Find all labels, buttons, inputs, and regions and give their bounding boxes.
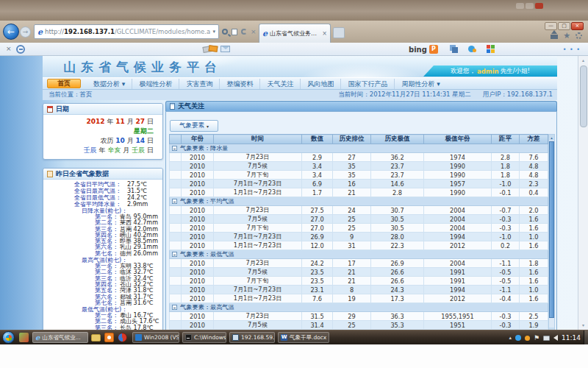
action-center-flag-icon[interactable]: ⚑ (534, 335, 539, 342)
browser-scrollbar[interactable]: ▴ ▾ (578, 56, 588, 330)
grid-data-row[interactable]: 20107月5候27.02530.52004-0.31.6 (170, 215, 548, 224)
grid-data-row[interactable]: 20107月1日~7月23日6.91614.61957-1.02.3 (170, 180, 548, 188)
nav-item[interactable]: 天气关注 (259, 79, 300, 89)
grid-group-row[interactable]: 气象要素：降水量 (170, 144, 548, 153)
collapse-icon[interactable] (172, 199, 177, 204)
favorites-star-icon[interactable]: ★ (563, 32, 570, 40)
search-icon[interactable] (222, 29, 228, 35)
network-icon[interactable] (543, 336, 550, 341)
grid-cell: 1991 (424, 268, 492, 277)
grid-data-row[interactable]: 20107月23日31.52936.31955,1951-0.32.5 (170, 312, 548, 321)
nav-item[interactable]: 灾害查询 (179, 79, 219, 89)
rank-line: 第七名：莒南 31.6℃ (43, 300, 162, 306)
four-color-grid-icon[interactable] (487, 45, 495, 53)
stop-icon[interactable]: × (251, 28, 257, 35)
taskbar-item-word[interactable]: W 气象干旱.docx ... (278, 332, 329, 343)
grid-column-header[interactable]: 历史极值 (371, 135, 424, 144)
browser-tab[interactable]: e 山东省气候业务平... × (259, 24, 331, 43)
toolbar-overflow-icon[interactable]: • • • (563, 46, 581, 53)
grid-data-row[interactable]: 20107月23日24.21726.92004-1.11.8 (170, 259, 548, 268)
nav-item[interactable]: 整编资料 (219, 79, 259, 89)
browser-scroll-down-icon[interactable]: ▾ (578, 321, 588, 330)
grid-column-header[interactable]: 极值年份 (424, 135, 492, 144)
browser-scroll-up-icon[interactable]: ▴ (578, 56, 588, 65)
grid-group-row[interactable]: 气象要素：最低气温 (170, 250, 548, 259)
grid-column-header[interactable]: 距平 (492, 135, 520, 144)
grid-data-row[interactable]: 20107月下旬23.52126.61991-0.51.6 (170, 277, 548, 286)
show-desktop-button[interactable] (584, 330, 588, 345)
tab-close-icon[interactable]: × (322, 30, 327, 37)
nav-item[interactable]: 极端性分析 (132, 79, 179, 89)
pinned-circle-app-icon[interactable] (118, 333, 127, 342)
home-icon[interactable] (551, 32, 558, 39)
back-button[interactable]: ← (3, 24, 19, 40)
grid-data-row[interactable]: 20107月5候31.42535.31951-0.31.9 (170, 321, 548, 330)
grid-column-header[interactable]: 历史排位 (333, 135, 371, 144)
nav-item[interactable]: 数据分析 ▾ (87, 79, 132, 89)
volume-icon[interactable] (553, 335, 558, 341)
taskbar-item-browser[interactable]: e 山东省气候业... (32, 332, 88, 343)
element-type-tab[interactable]: 气象要素 ▾ (170, 120, 218, 132)
grid-data-row[interactable]: 20107月下旬3.43523.719901.84.8 (170, 171, 548, 180)
blocked-icon[interactable] (16, 45, 25, 54)
grid-group-row[interactable]: 气象要素：最高气温 (170, 303, 548, 312)
nav-item-home[interactable]: 首页 (47, 79, 81, 88)
collapse-icon[interactable] (172, 252, 177, 257)
tools-gear-icon[interactable] (576, 32, 582, 39)
panel-scrollbar[interactable]: ▴ ▾ (548, 134, 555, 330)
grid-data-row[interactable]: 20107月5候23.52126.61991-0.51.6 (170, 268, 548, 277)
url-dropdown-icon[interactable]: ▾ (212, 29, 215, 35)
minimize-button[interactable]: — (545, 22, 557, 30)
collapse-icon[interactable] (172, 305, 177, 310)
grid-data-row[interactable]: 20107月23日27.52430.72004-0.72.0 (170, 206, 548, 215)
grid-column-header[interactable] (170, 135, 182, 144)
grid-column-header[interactable]: 年份 (182, 135, 214, 144)
tray-expand-icon[interactable]: ▴ (509, 335, 512, 341)
address-bar[interactable]: e http://192.168.137.1/GLCCLIMATE/module… (34, 24, 219, 39)
tray-app-icon[interactable] (515, 335, 521, 341)
scroll-up-icon[interactable]: ▴ (549, 135, 554, 141)
new-tab-button[interactable] (333, 27, 345, 38)
grid-data-row[interactable]: 20101月1日~7月23日12.03122.320120.21.6 (170, 241, 548, 250)
taskbar-clock[interactable]: 11:14 (562, 334, 581, 342)
bing-pin-icon[interactable]: P (429, 45, 438, 54)
card-orange-icon[interactable] (209, 45, 218, 52)
windows-squares-icon[interactable] (450, 45, 458, 53)
pinned-app-icon[interactable] (19, 333, 29, 342)
nav-item[interactable]: 周期性分析 ▾ (394, 79, 446, 89)
grid-data-row[interactable]: 20101月1日~7月23日1.7212.81990-0.10.4 (170, 188, 548, 197)
panel-scrollbar-thumb[interactable] (549, 141, 554, 318)
background-window-controls (516, 3, 543, 9)
refresh-icon[interactable] (241, 29, 247, 35)
grid-data-row[interactable]: 20107月下旬27.02530.52004-0.31.6 (170, 224, 548, 233)
grid-column-header[interactable]: 数值 (302, 135, 333, 144)
compatibility-view-icon[interactable] (232, 29, 237, 35)
collapse-icon[interactable] (172, 146, 177, 151)
bird-icon[interactable] (468, 45, 476, 53)
url-text[interactable]: http://192.168.137.1/GLCCLIMATE/modules/… (45, 28, 210, 35)
explorer-folder-icon[interactable] (91, 334, 101, 342)
grid-column-header[interactable]: 方差 (520, 135, 548, 144)
close-button[interactable]: × (571, 22, 584, 30)
nav-item[interactable]: 风向地图 (300, 79, 340, 89)
pinned-orange-app-icon[interactable] (104, 333, 114, 342)
nav-item[interactable]: 国家下行产品 (340, 79, 394, 89)
tray-update-icon[interactable] (525, 336, 530, 341)
taskbar-item-remote[interactable]: 192.168.59.99... (229, 332, 275, 343)
grid-data-row[interactable]: 20107月23日2.92736.219742.87.6 (170, 153, 548, 162)
browser-scrollbar-thumb[interactable] (580, 66, 587, 127)
grid-data-row[interactable]: 20107月1日~7月23日23.1824.31994-1.11.0 (170, 286, 548, 294)
taskbar-item-vm[interactable]: Win2008 (VS2... (132, 332, 179, 343)
grid-data-row[interactable]: 20107月1日~7月23日26.9928.01994-1.01.0 (170, 233, 548, 241)
toolbar-close-icon[interactable]: × (6, 46, 12, 52)
grid-column-header[interactable]: 时间 (214, 135, 302, 144)
grid-group-row[interactable]: 气象要素：平均气温 (170, 197, 548, 206)
forward-button[interactable]: → (20, 26, 31, 38)
maximize-button[interactable]: ▢ (558, 22, 570, 30)
bing-toolbar[interactable]: bing P (409, 45, 438, 54)
grid-data-row[interactable]: 20107月5候3.43523.719901.84.8 (170, 162, 548, 171)
grid-data-row[interactable]: 20101月1日~7月23日7.61917.32012-0.41.6 (170, 294, 548, 303)
mail-envelope-icon[interactable] (220, 46, 230, 52)
start-button[interactable] (2, 331, 15, 344)
taskbar-item-cmd[interactable]: C:\Windows\s... (182, 332, 226, 343)
